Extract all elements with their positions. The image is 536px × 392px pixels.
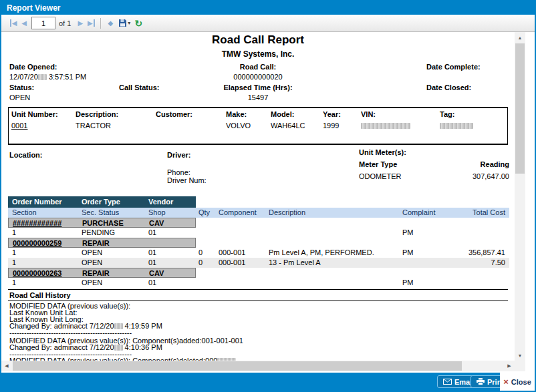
call-status-label: Call Status: bbox=[119, 83, 160, 91]
window-title: Report Viewer bbox=[7, 3, 60, 13]
tag-label: Tag: bbox=[440, 110, 454, 118]
section-cell: 1 bbox=[12, 248, 16, 256]
order-band: 000000000259 REPAIR bbox=[8, 238, 196, 248]
close-button-label: Close bbox=[511, 378, 531, 386]
date-opened-value: 12/07/20 3:57:51 PM bbox=[9, 73, 86, 81]
date-opened-label: Date Opened: bbox=[9, 63, 57, 71]
table-row: 1 OPEN 01 0 000-001 13 - Pm Level A 7.50 bbox=[8, 258, 509, 268]
horizontal-scrollbar[interactable]: ◀ ▶ bbox=[1, 361, 515, 371]
vertical-scrollbar[interactable]: ▲ ▼ bbox=[515, 32, 525, 361]
location-label: Location: bbox=[9, 151, 43, 159]
complaint-cell: PM bbox=[402, 248, 414, 256]
date-closed-label: Date Closed: bbox=[426, 83, 471, 91]
table-row: ############ PURCHASE CAV bbox=[8, 218, 509, 228]
date-opened-time: 3:57:51 PM bbox=[49, 73, 86, 81]
total-cost-cell: 7.50 bbox=[422, 258, 505, 266]
report-viewer-window: Report Viewer ◀ ◀ of 1 ▶ ▶ ◆ ▾ ↻ Road Ca… bbox=[0, 0, 536, 392]
export-dropdown-icon: ▾ bbox=[128, 20, 130, 26]
meter-type-header: Meter Type bbox=[359, 160, 397, 168]
reading-value: 307,647.00 bbox=[436, 172, 509, 180]
order-number-link[interactable]: ############ bbox=[13, 219, 61, 227]
qty-col-header: Qty bbox=[198, 208, 210, 216]
shop-cell: 01 bbox=[148, 258, 156, 266]
section-cell: 1 bbox=[12, 258, 16, 266]
description-cell: Pm Level A, PM, PERFORMED. bbox=[269, 248, 374, 256]
model-label: Model: bbox=[271, 110, 294, 118]
next-page-icon: ▶ bbox=[78, 19, 84, 27]
component-cell: 000-001 bbox=[219, 248, 245, 256]
redacted-vin-value bbox=[361, 123, 410, 129]
history-title: Road Call History bbox=[9, 291, 71, 299]
description-col-header: Description bbox=[269, 208, 305, 216]
unit-info-box: Unit Number: Description: Customer: Make… bbox=[8, 107, 508, 145]
shop-col-header: Shop bbox=[148, 208, 166, 216]
vertical-scrollbar-thumb[interactable] bbox=[515, 43, 525, 174]
reading-header: Reading bbox=[436, 160, 509, 168]
order-type-cell: PURCHASE bbox=[82, 219, 124, 227]
last-page-button[interactable]: ▶ bbox=[86, 17, 96, 29]
history-divider-bottom bbox=[8, 301, 508, 301]
order-number-link[interactable]: 000000000259 bbox=[13, 239, 61, 247]
total-cost-cell: 356,857.41 bbox=[422, 248, 505, 256]
customer-label: Customer: bbox=[156, 110, 192, 118]
refresh-icon: ↻ bbox=[135, 18, 143, 29]
road-call-value: 000000000020 bbox=[191, 73, 325, 81]
order-type-cell: REPAIR bbox=[82, 269, 110, 277]
report-page: Road Call Report TMW Systems, Inc. Date … bbox=[1, 32, 515, 361]
email-icon bbox=[443, 379, 452, 385]
refresh-button[interactable]: ↻ bbox=[133, 17, 144, 29]
page-number-input[interactable] bbox=[31, 17, 55, 29]
scroll-right-button[interactable]: ▶ bbox=[504, 361, 515, 371]
unit-number-link[interactable]: 0001 bbox=[11, 122, 27, 130]
report-toolbar: ◀ ◀ of 1 ▶ ▶ ◆ ▾ ↻ bbox=[1, 15, 535, 32]
shop-cell: 01 bbox=[148, 278, 156, 286]
scroll-left-icon: ◀ bbox=[5, 363, 8, 369]
table-row: 1 OPEN 01 PM bbox=[8, 278, 509, 288]
order-number-header: Order Number bbox=[12, 198, 62, 206]
scroll-left-button[interactable]: ◀ bbox=[1, 361, 12, 371]
unit-description-value: TRACTOR bbox=[76, 122, 111, 130]
page-count-label: of 1 bbox=[59, 19, 71, 27]
driver-num-label: Driver Num: bbox=[167, 176, 207, 184]
report-company: TMW Systems, Inc. bbox=[1, 49, 515, 59]
vendor-cell: CAV bbox=[149, 269, 164, 277]
first-page-button[interactable]: ◀ bbox=[8, 17, 19, 29]
order-type-cell: REPAIR bbox=[82, 239, 110, 247]
total-cost-col-header: Total Cost bbox=[422, 208, 505, 216]
elapsed-time-label: Elapsed Time (Hrs): bbox=[191, 83, 325, 91]
first-page-icon: ◀ bbox=[10, 19, 17, 27]
date-opened-prefix: 12/07/20 bbox=[9, 73, 38, 81]
scroll-down-icon: ▼ bbox=[518, 353, 523, 358]
next-page-button[interactable]: ▶ bbox=[75, 17, 86, 29]
horizontal-scrollbar-thumb[interactable] bbox=[13, 361, 462, 371]
footer-bar: Email Print × Close bbox=[1, 373, 535, 391]
section-cell: 1 bbox=[12, 278, 16, 286]
close-button[interactable]: × Close bbox=[500, 373, 535, 391]
sec-status-col-header: Sec. Status bbox=[82, 208, 119, 216]
titlebar: Report Viewer bbox=[1, 1, 535, 15]
previous-page-button[interactable]: ◀ bbox=[19, 17, 29, 29]
scroll-down-button[interactable]: ▼ bbox=[515, 350, 525, 361]
phone-label: Phone: bbox=[167, 168, 190, 176]
order-number-link[interactable]: 000000000263 bbox=[13, 269, 61, 277]
sec-status-cell: PENDING bbox=[82, 228, 115, 236]
elapsed-time-value: 15497 bbox=[191, 93, 325, 102]
shop-cell: 01 bbox=[148, 248, 156, 256]
vin-label: VIN: bbox=[361, 110, 376, 118]
component-cell: 000-001 bbox=[219, 258, 245, 266]
export-button[interactable]: ▾ bbox=[118, 17, 130, 29]
year-label: Year: bbox=[323, 110, 341, 118]
orders-table-header: Order Number Order Type Vendor bbox=[8, 196, 196, 208]
scroll-up-button[interactable]: ▲ bbox=[515, 32, 525, 43]
previous-page-icon: ◀ bbox=[21, 19, 27, 27]
road-call-label: Road Call: bbox=[191, 63, 325, 71]
shop-cell: 01 bbox=[148, 228, 156, 236]
date-complete-label: Date Complete: bbox=[426, 63, 481, 71]
status-label: Status: bbox=[9, 83, 34, 91]
parent-report-button[interactable]: ◆ bbox=[105, 17, 116, 29]
unit-number-label: Unit Number: bbox=[11, 110, 58, 118]
scroll-up-icon: ▲ bbox=[518, 35, 523, 40]
sec-status-cell: OPEN bbox=[82, 278, 102, 286]
redacted-date-opened-year bbox=[38, 74, 47, 80]
unit-description-label: Description: bbox=[76, 110, 118, 118]
